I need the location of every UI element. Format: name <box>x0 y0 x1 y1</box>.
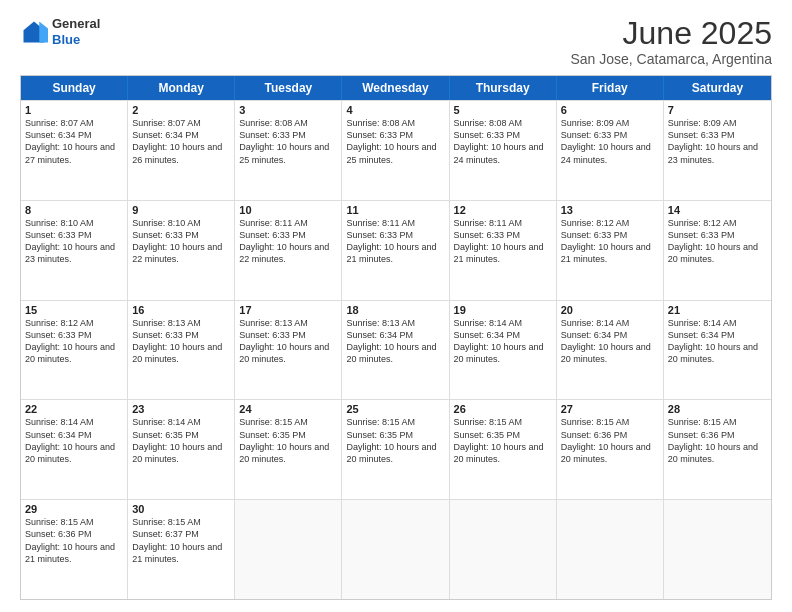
cell-info: Sunrise: 8:08 AM Sunset: 6:33 PM Dayligh… <box>239 117 337 166</box>
day-number: 22 <box>25 403 123 415</box>
cell-info: Sunrise: 8:08 AM Sunset: 6:33 PM Dayligh… <box>346 117 444 166</box>
cell-info: Sunrise: 8:15 AM Sunset: 6:37 PM Dayligh… <box>132 516 230 565</box>
cell-info: Sunrise: 8:14 AM Sunset: 6:34 PM Dayligh… <box>668 317 767 366</box>
cal-cell-4-2: 23Sunrise: 8:14 AM Sunset: 6:35 PM Dayli… <box>128 400 235 499</box>
header-sunday: Sunday <box>21 76 128 100</box>
cell-info: Sunrise: 8:11 AM Sunset: 6:33 PM Dayligh… <box>239 217 337 266</box>
cal-cell-1-3: 3Sunrise: 8:08 AM Sunset: 6:33 PM Daylig… <box>235 101 342 200</box>
cal-cell-3-3: 17Sunrise: 8:13 AM Sunset: 6:33 PM Dayli… <box>235 301 342 400</box>
week-row-1: 1Sunrise: 8:07 AM Sunset: 6:34 PM Daylig… <box>21 100 771 200</box>
logo-text: General Blue <box>52 16 100 47</box>
day-number: 6 <box>561 104 659 116</box>
day-number: 21 <box>668 304 767 316</box>
cell-info: Sunrise: 8:12 AM Sunset: 6:33 PM Dayligh… <box>668 217 767 266</box>
day-number: 27 <box>561 403 659 415</box>
cell-info: Sunrise: 8:15 AM Sunset: 6:36 PM Dayligh… <box>25 516 123 565</box>
cal-cell-5-2: 30Sunrise: 8:15 AM Sunset: 6:37 PM Dayli… <box>128 500 235 599</box>
cal-cell-1-2: 2Sunrise: 8:07 AM Sunset: 6:34 PM Daylig… <box>128 101 235 200</box>
day-number: 9 <box>132 204 230 216</box>
day-number: 8 <box>25 204 123 216</box>
cell-info: Sunrise: 8:15 AM Sunset: 6:36 PM Dayligh… <box>561 416 659 465</box>
cal-cell-2-7: 14Sunrise: 8:12 AM Sunset: 6:33 PM Dayli… <box>664 201 771 300</box>
day-number: 29 <box>25 503 123 515</box>
header-friday: Friday <box>557 76 664 100</box>
day-number: 30 <box>132 503 230 515</box>
header-monday: Monday <box>128 76 235 100</box>
cell-info: Sunrise: 8:07 AM Sunset: 6:34 PM Dayligh… <box>25 117 123 166</box>
cal-cell-1-5: 5Sunrise: 8:08 AM Sunset: 6:33 PM Daylig… <box>450 101 557 200</box>
cal-cell-2-3: 10Sunrise: 8:11 AM Sunset: 6:33 PM Dayli… <box>235 201 342 300</box>
cal-cell-2-5: 12Sunrise: 8:11 AM Sunset: 6:33 PM Dayli… <box>450 201 557 300</box>
cal-cell-5-3 <box>235 500 342 599</box>
day-number: 4 <box>346 104 444 116</box>
calendar-body: 1Sunrise: 8:07 AM Sunset: 6:34 PM Daylig… <box>21 100 771 599</box>
page: General Blue June 2025 San Jose, Catamar… <box>0 0 792 612</box>
cell-info: Sunrise: 8:15 AM Sunset: 6:35 PM Dayligh… <box>454 416 552 465</box>
day-number: 28 <box>668 403 767 415</box>
main-title: June 2025 <box>570 16 772 51</box>
week-row-2: 8Sunrise: 8:10 AM Sunset: 6:33 PM Daylig… <box>21 200 771 300</box>
cal-cell-4-7: 28Sunrise: 8:15 AM Sunset: 6:36 PM Dayli… <box>664 400 771 499</box>
day-number: 14 <box>668 204 767 216</box>
cal-cell-5-1: 29Sunrise: 8:15 AM Sunset: 6:36 PM Dayli… <box>21 500 128 599</box>
cell-info: Sunrise: 8:09 AM Sunset: 6:33 PM Dayligh… <box>561 117 659 166</box>
cal-cell-2-6: 13Sunrise: 8:12 AM Sunset: 6:33 PM Dayli… <box>557 201 664 300</box>
cell-info: Sunrise: 8:13 AM Sunset: 6:33 PM Dayligh… <box>239 317 337 366</box>
logo-general: General <box>52 16 100 32</box>
day-number: 24 <box>239 403 337 415</box>
day-number: 25 <box>346 403 444 415</box>
week-row-5: 29Sunrise: 8:15 AM Sunset: 6:36 PM Dayli… <box>21 499 771 599</box>
cal-cell-4-3: 24Sunrise: 8:15 AM Sunset: 6:35 PM Dayli… <box>235 400 342 499</box>
cal-cell-5-6 <box>557 500 664 599</box>
cell-info: Sunrise: 8:10 AM Sunset: 6:33 PM Dayligh… <box>132 217 230 266</box>
cal-cell-2-4: 11Sunrise: 8:11 AM Sunset: 6:33 PM Dayli… <box>342 201 449 300</box>
subtitle: San Jose, Catamarca, Argentina <box>570 51 772 67</box>
header: General Blue June 2025 San Jose, Catamar… <box>20 16 772 67</box>
cal-cell-4-5: 26Sunrise: 8:15 AM Sunset: 6:35 PM Dayli… <box>450 400 557 499</box>
cal-cell-3-2: 16Sunrise: 8:13 AM Sunset: 6:33 PM Dayli… <box>128 301 235 400</box>
day-number: 3 <box>239 104 337 116</box>
cell-info: Sunrise: 8:14 AM Sunset: 6:34 PM Dayligh… <box>561 317 659 366</box>
title-block: June 2025 San Jose, Catamarca, Argentina <box>570 16 772 67</box>
header-saturday: Saturday <box>664 76 771 100</box>
cal-cell-5-5 <box>450 500 557 599</box>
cal-cell-1-1: 1Sunrise: 8:07 AM Sunset: 6:34 PM Daylig… <box>21 101 128 200</box>
cell-info: Sunrise: 8:15 AM Sunset: 6:36 PM Dayligh… <box>668 416 767 465</box>
cal-cell-4-4: 25Sunrise: 8:15 AM Sunset: 6:35 PM Dayli… <box>342 400 449 499</box>
week-row-4: 22Sunrise: 8:14 AM Sunset: 6:34 PM Dayli… <box>21 399 771 499</box>
day-number: 2 <box>132 104 230 116</box>
cell-info: Sunrise: 8:09 AM Sunset: 6:33 PM Dayligh… <box>668 117 767 166</box>
header-thursday: Thursday <box>450 76 557 100</box>
day-number: 18 <box>346 304 444 316</box>
cal-cell-3-4: 18Sunrise: 8:13 AM Sunset: 6:34 PM Dayli… <box>342 301 449 400</box>
day-number: 26 <box>454 403 552 415</box>
cal-cell-1-4: 4Sunrise: 8:08 AM Sunset: 6:33 PM Daylig… <box>342 101 449 200</box>
cal-cell-3-7: 21Sunrise: 8:14 AM Sunset: 6:34 PM Dayli… <box>664 301 771 400</box>
cal-cell-1-6: 6Sunrise: 8:09 AM Sunset: 6:33 PM Daylig… <box>557 101 664 200</box>
day-number: 20 <box>561 304 659 316</box>
cal-cell-5-4 <box>342 500 449 599</box>
cell-info: Sunrise: 8:11 AM Sunset: 6:33 PM Dayligh… <box>454 217 552 266</box>
cell-info: Sunrise: 8:10 AM Sunset: 6:33 PM Dayligh… <box>25 217 123 266</box>
svg-marker-1 <box>39 21 48 42</box>
calendar: Sunday Monday Tuesday Wednesday Thursday… <box>20 75 772 600</box>
day-number: 10 <box>239 204 337 216</box>
cell-info: Sunrise: 8:15 AM Sunset: 6:35 PM Dayligh… <box>346 416 444 465</box>
day-number: 19 <box>454 304 552 316</box>
header-wednesday: Wednesday <box>342 76 449 100</box>
cal-cell-5-7 <box>664 500 771 599</box>
cal-cell-1-7: 7Sunrise: 8:09 AM Sunset: 6:33 PM Daylig… <box>664 101 771 200</box>
day-number: 15 <box>25 304 123 316</box>
cell-info: Sunrise: 8:07 AM Sunset: 6:34 PM Dayligh… <box>132 117 230 166</box>
cell-info: Sunrise: 8:13 AM Sunset: 6:33 PM Dayligh… <box>132 317 230 366</box>
cal-cell-4-6: 27Sunrise: 8:15 AM Sunset: 6:36 PM Dayli… <box>557 400 664 499</box>
day-number: 7 <box>668 104 767 116</box>
day-number: 12 <box>454 204 552 216</box>
header-tuesday: Tuesday <box>235 76 342 100</box>
week-row-3: 15Sunrise: 8:12 AM Sunset: 6:33 PM Dayli… <box>21 300 771 400</box>
logo-icon <box>20 18 48 46</box>
day-number: 23 <box>132 403 230 415</box>
cell-info: Sunrise: 8:11 AM Sunset: 6:33 PM Dayligh… <box>346 217 444 266</box>
cal-cell-3-6: 20Sunrise: 8:14 AM Sunset: 6:34 PM Dayli… <box>557 301 664 400</box>
day-number: 16 <box>132 304 230 316</box>
